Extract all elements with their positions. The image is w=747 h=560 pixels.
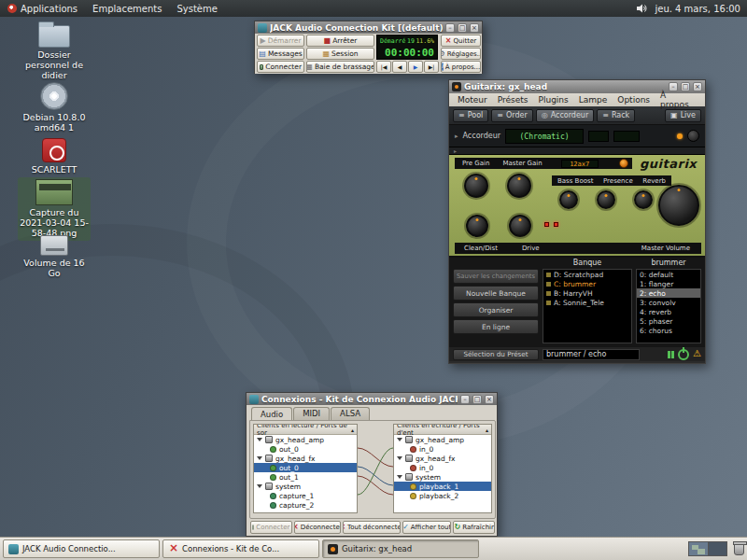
live-button[interactable]: Live [665,109,701,122]
port-row[interactable]: in_0 [394,444,491,454]
tuner-knob[interactable] [687,130,699,142]
jack-stop-button[interactable]: Arrêter [306,35,374,47]
transport-end-button[interactable] [424,61,439,73]
current-preset-field[interactable]: brummer / echo [543,349,640,360]
expander-icon[interactable]: ▸ [455,133,458,140]
new-bank-button[interactable]: Nouvelle Banque [453,286,539,301]
menu-system[interactable]: Système [169,0,224,17]
trash-icon[interactable] [734,543,744,555]
reverb-knob[interactable] [634,190,653,209]
master-volume-knob[interactable] [658,185,699,226]
tab-audio[interactable]: Audio [251,407,292,420]
rack-button[interactable]: Rack [597,109,635,122]
desktop-icon-debian-cd[interactable]: Debian 10.8.0 amd64 1 [18,82,91,133]
jack-about-button[interactable]: À propos... [441,61,481,73]
power-icon[interactable] [678,349,689,360]
menu-plugins[interactable]: Plugins [534,95,573,105]
tuner-mode-display[interactable]: (Chromatic) [505,129,584,144]
port-row[interactable]: playback_2 [394,491,491,500]
rack-collapsed-strip[interactable]: ▸ [449,147,705,155]
preset-row[interactable]: 3: convolv [637,298,700,307]
tuner-button[interactable]: Accordeur [536,109,595,122]
collapse-icon[interactable] [397,475,402,479]
port-row-selected[interactable]: playback_1 [394,482,491,491]
drive-knob[interactable] [509,215,531,237]
port-row[interactable]: capture_2 [254,500,357,510]
expand-all-button[interactable]: Afficher tout [402,521,451,534]
tube-selector-display[interactable]: 12ax7 [561,160,599,168]
tab-als a[interactable]: ALSA [331,407,370,420]
bank-row-selected[interactable]: C: brummer [543,279,631,288]
client-row[interactable]: system [254,482,357,491]
menu-options[interactable]: Options [613,95,655,105]
minimize-button[interactable] [445,23,455,33]
port-row[interactable]: out_1 [254,472,357,482]
preset-row[interactable]: 4: reverb [637,307,700,316]
taskbar-item-connections[interactable]: Connexions - Kit de Co... [162,539,319,558]
warning-icon[interactable] [693,350,701,358]
preset-select-button[interactable]: Sélection du Préset [453,349,539,360]
readable-clients-header[interactable]: Clients en lecture / Ports de sor ▴ [254,425,357,435]
taskbar-item-guitarix[interactable]: Guitarix: gx_head [322,539,479,558]
preset-row[interactable]: 6: chorus [637,326,700,335]
clean-dist-knob[interactable] [466,215,488,237]
port-row[interactable]: out_0 [254,444,357,454]
disconnect-button[interactable]: Déconnecter [294,521,341,534]
transport-play-button[interactable] [408,61,423,73]
volume-icon[interactable] [636,3,648,14]
jack-messages-button[interactable]: Messages [257,48,304,60]
writable-clients-header[interactable]: Clients en écriture / Ports d'ent ▴ [394,425,491,435]
desktop-icon-scarlett[interactable]: SCARLETT [18,138,91,175]
clock[interactable]: jeu. 4 mars, 16:00 [655,4,740,14]
collapse-icon[interactable] [397,456,402,460]
jack-start-button[interactable]: Démarrer [257,35,304,47]
save-changes-button[interactable]: Sauver les changements [453,269,539,284]
workspace-1[interactable] [689,542,708,555]
close-button[interactable] [470,23,479,33]
workspace-2[interactable] [708,542,726,555]
port-row[interactable]: in_0 [394,463,491,472]
jack-window-titlebar[interactable]: JACK Audio Connection Kit [(default)] Dé… [255,21,482,34]
maximize-button[interactable] [472,395,482,404]
menu-about[interactable]: À propos [655,91,701,109]
jack-settings-button[interactable]: Réglages... [441,48,481,60]
connections-window-titlebar[interactable]: Connexions - Kit de Connexion Audio JACK [247,393,497,405]
collapse-icon[interactable] [257,438,262,441]
preset-row[interactable]: 5: phaser [637,316,700,326]
collapse-icon[interactable] [397,438,402,441]
bank-row[interactable]: B: HarryVH [543,288,631,298]
presence-knob[interactable] [597,190,615,209]
pool-button[interactable]: Pool [453,109,488,122]
menu-applications[interactable]: Applications [0,0,85,17]
menu-presets[interactable]: Présets [493,95,533,105]
bank-row[interactable]: A: Sonnie_Tele [543,298,631,307]
jack-connection-icon[interactable] [668,351,674,358]
menu-tube[interactable]: Lampe [574,95,613,105]
bank-row[interactable]: D: Scratchpad [543,270,631,279]
jack-session-button[interactable]: Session [306,48,374,60]
client-row[interactable]: system [394,472,491,482]
transport-rewind-button[interactable] [376,61,391,73]
disconnect-all-button[interactable]: Tout déconnecter [343,521,401,534]
online-button[interactable]: En ligne [453,319,539,334]
menu-engine[interactable]: Moteur [453,95,492,105]
preset-row[interactable]: 0: default [637,270,700,279]
collapse-icon[interactable] [257,484,262,488]
desktop-icon-usb-volume[interactable]: Volume de 16 Go [18,235,91,279]
organize-button[interactable]: Organiser [453,302,539,317]
transport-backward-button[interactable] [392,61,407,73]
preset-row[interactable]: 1: flanger [637,279,700,288]
maximize-button[interactable] [458,23,467,33]
preset-row-selected[interactable]: 2: echo [637,288,700,298]
jack-quit-button[interactable]: Quitter [441,35,481,47]
port-row[interactable]: capture_1 [254,491,357,500]
bass-boost-knob[interactable] [559,190,578,209]
minimize-button[interactable] [460,395,470,404]
menu-places[interactable]: Emplacements [85,0,169,17]
refresh-button[interactable]: Rafraîchir [453,521,495,534]
connect-button[interactable]: Connecter [250,521,292,534]
jack-connect-button[interactable]: Connecter [257,61,304,73]
desktop-icon-screenshot[interactable]: Capture du 2021-03-04 15-58-48.png [18,177,91,241]
jack-patchbay-button[interactable]: Baie de brassage [306,61,374,73]
client-row[interactable]: gx_head_fx [394,454,491,463]
